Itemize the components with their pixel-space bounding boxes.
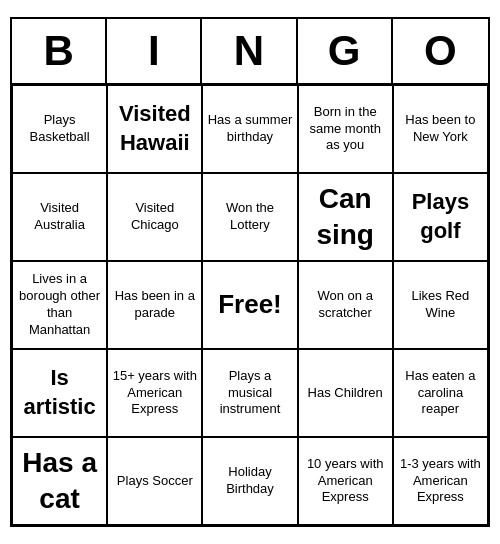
bingo-cell: Has a cat — [12, 437, 107, 525]
bingo-cell: Born in the same month as you — [298, 85, 393, 173]
bingo-cell: 1-3 years with American Express — [393, 437, 488, 525]
bingo-cell: Visited Hawaii — [107, 85, 202, 173]
bingo-cell: Free! — [202, 261, 297, 349]
bingo-cell: Has been to New York — [393, 85, 488, 173]
bingo-card: BINGO Plays BasketballVisited HawaiiHas … — [10, 17, 490, 527]
bingo-cell: Won the Lottery — [202, 173, 297, 261]
bingo-cell: Plays a musical instrument — [202, 349, 297, 437]
bingo-cell: Has been in a parade — [107, 261, 202, 349]
header-letter: N — [202, 19, 297, 83]
bingo-header: BINGO — [12, 19, 488, 85]
header-letter: I — [107, 19, 202, 83]
bingo-cell: Holiday Birthday — [202, 437, 297, 525]
bingo-cell: Can sing — [298, 173, 393, 261]
header-letter: G — [298, 19, 393, 83]
bingo-cell: 10 years with American Express — [298, 437, 393, 525]
bingo-grid: Plays BasketballVisited HawaiiHas a summ… — [12, 85, 488, 525]
header-letter: O — [393, 19, 488, 83]
bingo-cell: Lives in a borough other than Manhattan — [12, 261, 107, 349]
bingo-cell: Visited Chicago — [107, 173, 202, 261]
bingo-cell: Plays Soccer — [107, 437, 202, 525]
bingo-cell: Plays Basketball — [12, 85, 107, 173]
bingo-cell: Won on a scratcher — [298, 261, 393, 349]
bingo-cell: Has eaten a carolina reaper — [393, 349, 488, 437]
bingo-cell: Has a summer birthday — [202, 85, 297, 173]
bingo-cell: Plays golf — [393, 173, 488, 261]
bingo-cell: Likes Red Wine — [393, 261, 488, 349]
bingo-cell: 15+ years with American Express — [107, 349, 202, 437]
bingo-cell: Has Children — [298, 349, 393, 437]
bingo-cell: Is artistic — [12, 349, 107, 437]
bingo-cell: Visited Australia — [12, 173, 107, 261]
header-letter: B — [12, 19, 107, 83]
